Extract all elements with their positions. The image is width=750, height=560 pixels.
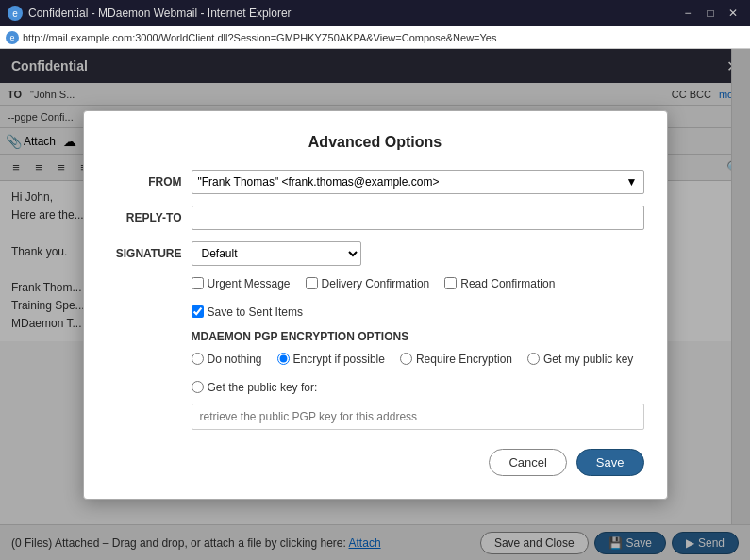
- radio-get-my-key[interactable]: [527, 353, 540, 365]
- from-row: FROM "Frank Thomas" <frank.thomas@exampl…: [107, 170, 644, 194]
- signature-row: SIGNATURE Default None Signature 1: [107, 241, 644, 266]
- dropdown-arrow-icon: ▼: [626, 175, 638, 189]
- close-window-button[interactable]: ✕: [724, 6, 742, 21]
- urgent-checkbox-label[interactable]: Urgent Message: [192, 277, 291, 290]
- delivery-confirm-checkbox[interactable]: [306, 277, 318, 289]
- radio-encrypt-possible-label[interactable]: Encrypt if possible: [277, 353, 385, 366]
- radio-require-encryption-label[interactable]: Require Encryption: [400, 353, 512, 366]
- reply-to-input[interactable]: [192, 206, 644, 230]
- reply-to-label: REPLY-TO: [107, 211, 192, 224]
- url-display: http://mail.example.com:3000/WorldClient…: [23, 32, 496, 43]
- main-window: Confidential ✕ TO "John S... CC BCC more…: [0, 49, 750, 560]
- radio-do-nothing-label[interactable]: Do nothing: [192, 353, 262, 366]
- window-controls: − □ ✕: [678, 6, 742, 21]
- pgp-section-label: MDAEMON PGP ENCRYPTION OPTIONS: [192, 330, 644, 343]
- from-select[interactable]: "Frank Thomas" <frank.thomas@example.com…: [192, 170, 644, 194]
- reply-to-row: REPLY-TO: [107, 206, 644, 230]
- ie-icon: e: [8, 6, 23, 21]
- modal-title: Advanced Options: [107, 134, 644, 151]
- browser-icon: e: [6, 31, 19, 44]
- radio-encrypt-possible[interactable]: [277, 353, 290, 365]
- cancel-button[interactable]: Cancel: [489, 449, 566, 476]
- radio-do-nothing[interactable]: [192, 353, 204, 365]
- modal-save-button[interactable]: Save: [576, 449, 644, 476]
- radio-get-public-key-label[interactable]: Get the public key for:: [192, 381, 318, 394]
- pgp-input-wrapper: [192, 404, 644, 430]
- save-sent-checkbox-label[interactable]: Save to Sent Items: [192, 305, 303, 319]
- urgent-checkbox[interactable]: [192, 277, 204, 289]
- delivery-confirm-checkbox-label[interactable]: Delivery Confirmation: [306, 277, 430, 290]
- signature-select[interactable]: Default None Signature 1: [192, 241, 361, 266]
- pgp-address-input[interactable]: [192, 404, 644, 430]
- modal-footer: Cancel Save: [107, 449, 644, 476]
- radio-get-my-key-label[interactable]: Get my public key: [527, 353, 633, 366]
- save-sent-checkbox[interactable]: [192, 305, 204, 318]
- advanced-options-modal: Advanced Options FROM "Frank Thomas" <fr…: [83, 110, 668, 500]
- from-label: FROM: [107, 175, 192, 189]
- title-bar: e Confidential - MDaemon Webmail - Inter…: [0, 0, 750, 26]
- read-confirm-checkbox-label[interactable]: Read Confirmation: [444, 277, 555, 290]
- read-confirm-checkbox[interactable]: [444, 277, 457, 289]
- minimize-button[interactable]: −: [678, 6, 697, 21]
- restore-button[interactable]: □: [701, 6, 720, 21]
- radio-get-public-key[interactable]: [192, 381, 204, 393]
- signature-label: SIGNATURE: [107, 247, 192, 260]
- radio-row: Do nothing Encrypt if possible Require E…: [192, 353, 644, 394]
- window-title: Confidential - MDaemon Webmail - Interne…: [28, 7, 292, 20]
- radio-require-encryption[interactable]: [400, 353, 412, 365]
- checkbox-row: Urgent Message Delivery Confirmation Rea…: [192, 277, 644, 319]
- address-bar: e http://mail.example.com:3000/WorldClie…: [0, 26, 750, 49]
- modal-overlay: Advanced Options FROM "Frank Thomas" <fr…: [0, 49, 750, 560]
